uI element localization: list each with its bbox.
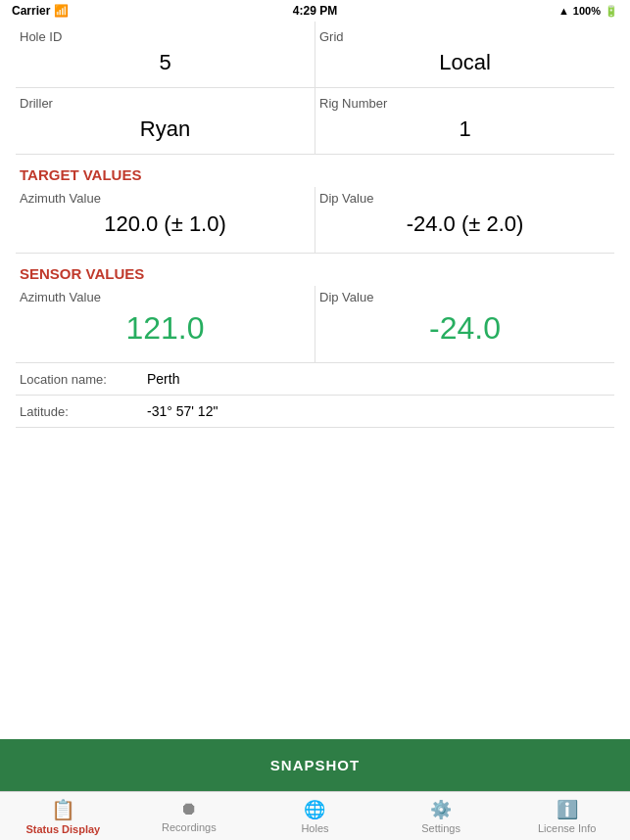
tab-holes-label: Holes [301, 822, 328, 834]
tab-recordings[interactable]: ⏺ Recordings [126, 795, 253, 837]
holes-icon: 🌐 [304, 799, 325, 820]
sensor-azimuth-value: 121.0 [20, 306, 311, 354]
sensor-dip-label: Dip Value [319, 290, 610, 304]
tab-settings-label: Settings [421, 822, 460, 834]
hole-id-col: Hole ID 5 [16, 22, 315, 87]
sensor-azimuth-label: Azimuth Value [20, 290, 311, 304]
snapshot-button[interactable]: SNAPSHOT [0, 739, 630, 791]
battery-icon: 🔋 [605, 5, 618, 18]
target-values-row: Azimuth Value 120.0 (± 1.0) Dip Value -2… [16, 187, 614, 254]
location-name-row: Location name: Perth [16, 363, 614, 396]
location-name-label: Location name: [20, 372, 147, 387]
grid-col: Grid Local [315, 22, 614, 87]
grid-value: Local [319, 46, 610, 83]
target-dip-value: -24.0 (± 2.0) [319, 208, 610, 245]
tab-holes[interactable]: 🌐 Holes [252, 795, 378, 838]
status-bar-right: ▲ 100% 🔋 [558, 5, 618, 18]
tab-bar: 📋 Status Display ⏺ Recordings 🌐 Holes ⚙️… [0, 791, 630, 840]
tab-license-info-label: License Info [538, 822, 596, 834]
status-display-icon: 📋 [51, 798, 75, 821]
sensor-values-header: SENSOR VALUES [16, 254, 614, 286]
target-dip-col: Dip Value -24.0 (± 2.0) [315, 187, 614, 253]
rig-number-value: 1 [319, 113, 610, 150]
signal-icon: ▲ [558, 5, 569, 17]
latitude-label: Latitude: [20, 404, 147, 419]
status-bar-left: Carrier 📶 [12, 4, 69, 18]
target-values-header: TARGET VALUES [16, 155, 614, 187]
settings-icon: ⚙️ [430, 799, 452, 820]
carrier-label: Carrier [12, 4, 50, 18]
target-dip-label: Dip Value [319, 191, 610, 206]
sensor-dip-col: Dip Value -24.0 [315, 286, 614, 362]
latitude-value: -31° 57' 12" [147, 403, 218, 419]
recordings-icon: ⏺ [180, 799, 198, 819]
hole-grid-row: Hole ID 5 Grid Local [16, 22, 614, 88]
target-azimuth-col: Azimuth Value 120.0 (± 1.0) [16, 187, 315, 253]
status-bar: Carrier 📶 4:29 PM ▲ 100% 🔋 [0, 0, 630, 22]
wifi-icon: 📶 [54, 4, 69, 18]
target-azimuth-value: 120.0 (± 1.0) [20, 208, 311, 245]
tab-status-display-label: Status Display [25, 823, 100, 835]
driller-value: Ryan [20, 113, 311, 150]
grid-label: Grid [319, 29, 610, 44]
sensor-azimuth-col: Azimuth Value 121.0 [16, 286, 315, 362]
hole-id-label: Hole ID [20, 29, 311, 44]
rig-number-col: Rig Number 1 [315, 88, 614, 154]
tab-license-info[interactable]: ℹ️ License Info [504, 795, 630, 838]
hole-id-value: 5 [20, 46, 311, 83]
driller-label: Driller [20, 96, 311, 111]
sensor-values-row: Azimuth Value 121.0 Dip Value -24.0 [16, 286, 614, 363]
battery-percent: 100% [573, 5, 601, 17]
latitude-row: Latitude: -31° 57' 12" [16, 396, 614, 428]
driller-rig-row: Driller Ryan Rig Number 1 [16, 88, 614, 155]
main-content: Hole ID 5 Grid Local Driller Ryan Rig Nu… [0, 22, 630, 565]
tab-status-display[interactable]: 📋 Status Display [0, 794, 126, 839]
tab-settings[interactable]: ⚙️ Settings [378, 795, 505, 838]
driller-col: Driller Ryan [16, 88, 315, 154]
rig-number-label: Rig Number [319, 96, 610, 111]
status-bar-time: 4:29 PM [293, 4, 337, 18]
snapshot-button-container: SNAPSHOT [0, 739, 630, 791]
tab-recordings-label: Recordings [162, 821, 217, 833]
location-name-value: Perth [147, 371, 179, 387]
license-info-icon: ℹ️ [557, 799, 578, 820]
target-azimuth-label: Azimuth Value [20, 191, 311, 206]
sensor-dip-value: -24.0 [319, 306, 610, 354]
